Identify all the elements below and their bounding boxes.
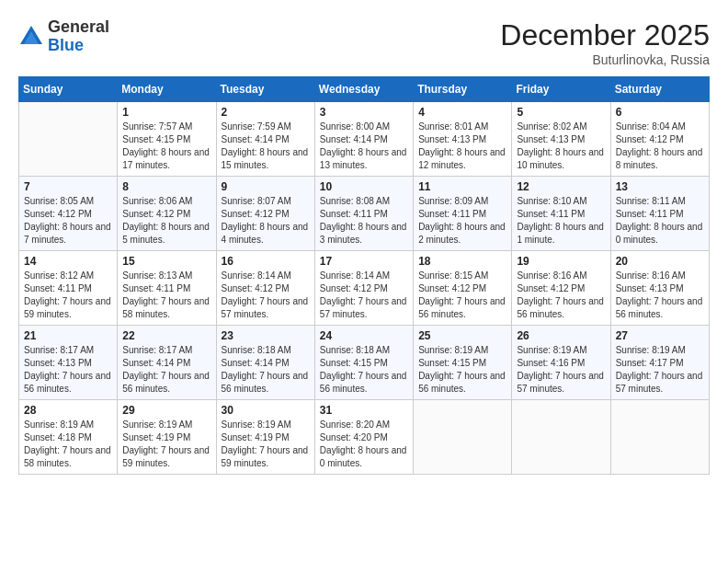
weekday-header: Thursday — [414, 77, 512, 102]
calendar-cell — [414, 400, 512, 475]
location: Buturlinovka, Russia — [500, 52, 710, 67]
calendar-cell: 17 Sunrise: 8:14 AMSunset: 4:12 PMDaylig… — [314, 251, 413, 326]
day-number: 28 — [24, 404, 112, 417]
day-detail: Sunrise: 8:17 AMSunset: 4:14 PMDaylight:… — [122, 345, 210, 394]
day-number: 1 — [122, 106, 210, 119]
day-number: 8 — [122, 180, 210, 193]
day-detail: Sunrise: 8:19 AMSunset: 4:18 PMDaylight:… — [24, 419, 111, 468]
calendar-cell: 18 Sunrise: 8:15 AMSunset: 4:12 PMDaylig… — [414, 251, 512, 326]
day-number: 5 — [517, 106, 605, 119]
day-number: 25 — [418, 329, 506, 342]
calendar-cell: 19 Sunrise: 8:16 AMSunset: 4:12 PMDaylig… — [512, 251, 610, 326]
logo-general: General — [48, 18, 109, 37]
calendar-cell: 12 Sunrise: 8:10 AMSunset: 4:11 PMDaylig… — [512, 177, 610, 251]
day-detail: Sunrise: 8:17 AMSunset: 4:13 PMDaylight:… — [24, 345, 111, 394]
day-detail: Sunrise: 8:18 AMSunset: 4:14 PMDaylight:… — [222, 345, 309, 394]
day-detail: Sunrise: 8:15 AMSunset: 4:12 PMDaylight:… — [418, 270, 506, 319]
calendar-cell — [610, 400, 709, 475]
calendar-cell: 13 Sunrise: 8:11 AMSunset: 4:11 PMDaylig… — [610, 177, 709, 251]
calendar-cell: 9 Sunrise: 8:07 AMSunset: 4:12 PMDayligh… — [216, 177, 314, 251]
day-detail: Sunrise: 8:00 AMSunset: 4:14 PMDaylight:… — [320, 121, 407, 170]
day-detail: Sunrise: 8:02 AMSunset: 4:13 PMDaylight:… — [517, 121, 604, 170]
calendar-cell: 11 Sunrise: 8:09 AMSunset: 4:11 PMDaylig… — [414, 177, 512, 251]
calendar-cell: 25 Sunrise: 8:19 AMSunset: 4:15 PMDaylig… — [414, 326, 512, 400]
day-number: 10 — [320, 180, 408, 193]
calendar-cell: 7 Sunrise: 8:05 AMSunset: 4:12 PMDayligh… — [19, 177, 118, 251]
weekday-header: Saturday — [610, 77, 709, 102]
day-number: 7 — [24, 180, 112, 193]
calendar-cell: 4 Sunrise: 8:01 AMSunset: 4:13 PMDayligh… — [414, 102, 512, 177]
month-title: December 2025 — [500, 18, 710, 52]
calendar-week-row: 7 Sunrise: 8:05 AMSunset: 4:12 PMDayligh… — [19, 177, 710, 251]
calendar-cell: 28 Sunrise: 8:19 AMSunset: 4:18 PMDaylig… — [19, 400, 118, 475]
calendar-cell: 15 Sunrise: 8:13 AMSunset: 4:11 PMDaylig… — [118, 251, 216, 326]
calendar-cell: 10 Sunrise: 8:08 AMSunset: 4:11 PMDaylig… — [314, 177, 413, 251]
weekday-header: Tuesday — [216, 77, 314, 102]
day-number: 6 — [616, 106, 704, 119]
day-detail: Sunrise: 8:09 AMSunset: 4:11 PMDaylight:… — [418, 196, 506, 245]
day-detail: Sunrise: 8:01 AMSunset: 4:13 PMDaylight:… — [418, 121, 506, 170]
calendar-cell: 2 Sunrise: 7:59 AMSunset: 4:14 PMDayligh… — [216, 102, 314, 177]
day-detail: Sunrise: 8:05 AMSunset: 4:12 PMDaylight:… — [24, 196, 111, 245]
day-detail: Sunrise: 8:12 AMSunset: 4:11 PMDaylight:… — [24, 270, 111, 319]
weekday-header: Friday — [512, 77, 610, 102]
logo: General Blue — [18, 18, 109, 55]
day-number: 12 — [517, 180, 605, 193]
day-detail: Sunrise: 7:59 AMSunset: 4:14 PMDaylight:… — [222, 121, 309, 170]
calendar-cell: 31 Sunrise: 8:20 AMSunset: 4:20 PMDaylig… — [314, 400, 413, 475]
calendar-cell: 8 Sunrise: 8:06 AMSunset: 4:12 PMDayligh… — [118, 177, 216, 251]
day-number: 26 — [517, 329, 605, 342]
calendar-cell — [512, 400, 610, 475]
calendar-cell: 27 Sunrise: 8:19 AMSunset: 4:17 PMDaylig… — [610, 326, 709, 400]
day-detail: Sunrise: 8:13 AMSunset: 4:11 PMDaylight:… — [122, 270, 210, 319]
day-detail: Sunrise: 8:07 AMSunset: 4:12 PMDaylight:… — [222, 196, 309, 245]
calendar-cell: 26 Sunrise: 8:19 AMSunset: 4:16 PMDaylig… — [512, 326, 610, 400]
day-detail: Sunrise: 8:14 AMSunset: 4:12 PMDaylight:… — [320, 270, 407, 319]
calendar-cell: 22 Sunrise: 8:17 AMSunset: 4:14 PMDaylig… — [118, 326, 216, 400]
day-detail: Sunrise: 8:04 AMSunset: 4:12 PMDaylight:… — [616, 121, 703, 170]
calendar-cell: 30 Sunrise: 8:19 AMSunset: 4:19 PMDaylig… — [216, 400, 314, 475]
day-detail: Sunrise: 8:19 AMSunset: 4:17 PMDaylight:… — [616, 345, 703, 394]
day-detail: Sunrise: 8:14 AMSunset: 4:12 PMDaylight:… — [222, 270, 309, 319]
day-detail: Sunrise: 8:19 AMSunset: 4:15 PMDaylight:… — [418, 345, 506, 394]
day-number: 13 — [616, 180, 704, 193]
day-detail: Sunrise: 8:06 AMSunset: 4:12 PMDaylight:… — [122, 196, 210, 245]
weekday-header: Wednesday — [314, 77, 413, 102]
calendar-cell: 23 Sunrise: 8:18 AMSunset: 4:14 PMDaylig… — [216, 326, 314, 400]
calendar-week-row: 1 Sunrise: 7:57 AMSunset: 4:15 PMDayligh… — [19, 102, 710, 177]
calendar-week-row: 21 Sunrise: 8:17 AMSunset: 4:13 PMDaylig… — [19, 326, 710, 400]
calendar-cell: 6 Sunrise: 8:04 AMSunset: 4:12 PMDayligh… — [610, 102, 709, 177]
page-header: General Blue December 2025 Buturlinovka,… — [18, 18, 710, 67]
day-number: 19 — [517, 255, 605, 268]
day-number: 21 — [24, 329, 112, 342]
day-detail: Sunrise: 8:16 AMSunset: 4:13 PMDaylight:… — [616, 270, 703, 319]
calendar-cell: 29 Sunrise: 8:19 AMSunset: 4:19 PMDaylig… — [118, 400, 216, 475]
calendar-cell: 14 Sunrise: 8:12 AMSunset: 4:11 PMDaylig… — [19, 251, 118, 326]
day-number: 16 — [222, 255, 310, 268]
day-number: 20 — [616, 255, 704, 268]
calendar-cell: 20 Sunrise: 8:16 AMSunset: 4:13 PMDaylig… — [610, 251, 709, 326]
calendar-cell: 21 Sunrise: 8:17 AMSunset: 4:13 PMDaylig… — [19, 326, 118, 400]
day-number: 30 — [222, 404, 310, 417]
weekday-header: Monday — [118, 77, 216, 102]
day-number: 14 — [24, 255, 112, 268]
day-number: 4 — [418, 106, 506, 119]
day-number: 9 — [222, 180, 310, 193]
day-number: 3 — [320, 106, 408, 119]
day-number: 15 — [122, 255, 210, 268]
logo-blue: Blue — [48, 37, 109, 55]
day-detail: Sunrise: 8:19 AMSunset: 4:16 PMDaylight:… — [517, 345, 604, 394]
day-detail: Sunrise: 8:20 AMSunset: 4:20 PMDaylight:… — [320, 419, 407, 468]
calendar-cell: 3 Sunrise: 8:00 AMSunset: 4:14 PMDayligh… — [314, 102, 413, 177]
day-number: 11 — [418, 180, 506, 193]
logo-icon — [18, 24, 44, 50]
day-number: 29 — [122, 404, 210, 417]
calendar-cell: 16 Sunrise: 8:14 AMSunset: 4:12 PMDaylig… — [216, 251, 314, 326]
day-number: 17 — [320, 255, 408, 268]
day-number: 23 — [222, 329, 310, 342]
logo-text: General Blue — [48, 18, 109, 55]
day-number: 24 — [320, 329, 408, 342]
day-detail: Sunrise: 7:57 AMSunset: 4:15 PMDaylight:… — [122, 121, 210, 170]
weekday-header: Sunday — [19, 77, 118, 102]
weekday-header-row: SundayMondayTuesdayWednesdayThursdayFrid… — [19, 77, 710, 102]
